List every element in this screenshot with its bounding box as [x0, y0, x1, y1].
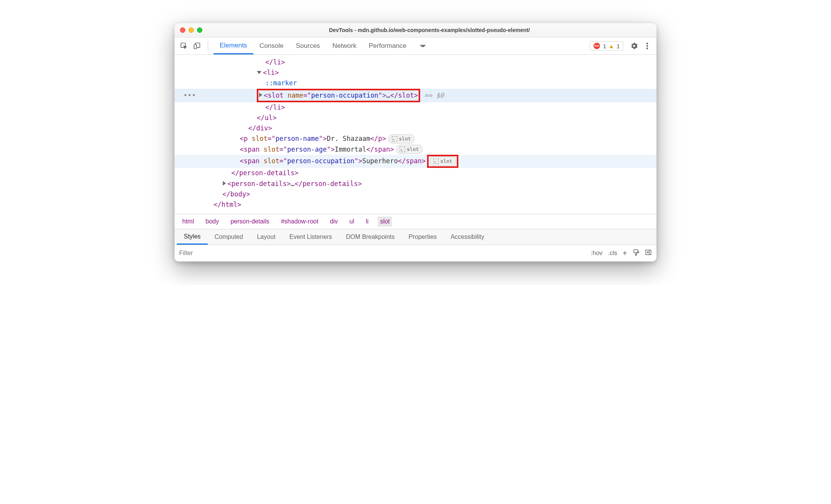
breadcrumb-item[interactable]: #shadow-root — [278, 216, 321, 227]
new-style-rule-button[interactable]: + — [622, 249, 627, 258]
error-icon: ⛔ — [593, 42, 600, 49]
highlight-box: slot — [427, 155, 458, 168]
window-title: DevTools - mdn.github.io/web-components-… — [208, 27, 651, 33]
dom-line[interactable]: <p slot="person-name">Dr. Shazaam</p> sl… — [175, 134, 656, 144]
reveal-slot-badge[interactable]: slot — [396, 145, 422, 154]
dom-line[interactable]: </div> — [175, 123, 656, 134]
tag-li-close: </li> — [265, 57, 285, 68]
breadcrumb-item[interactable]: li — [363, 216, 371, 227]
subtab-event-listeners[interactable]: Event Listeners — [282, 229, 339, 245]
tag-person-details-close: </person-details> — [231, 168, 298, 178]
subtab-computed[interactable]: Computed — [208, 229, 250, 245]
slot-icon — [433, 159, 439, 164]
warning-icon: ▲ — [609, 43, 614, 49]
slot-icon — [400, 147, 405, 152]
dom-line[interactable]: <li> — [175, 68, 656, 78]
slot-icon — [392, 136, 397, 142]
kebab-menu-icon[interactable] — [642, 41, 653, 51]
svg-rect-6 — [634, 250, 638, 253]
close-window-button[interactable] — [180, 27, 185, 33]
styles-filter-input[interactable] — [178, 249, 586, 257]
elements-tree[interactable]: </li> <li> ::marker ••• <slot name="pers… — [175, 55, 656, 214]
minimize-window-button[interactable] — [188, 27, 194, 33]
svg-rect-2 — [194, 45, 197, 49]
tab-overflow[interactable] — [412, 37, 433, 54]
dom-line[interactable]: ::marker — [175, 78, 656, 88]
device-toolbar-icon[interactable] — [192, 41, 202, 51]
window-controls — [180, 27, 202, 33]
pseudo-marker: ::marker — [265, 78, 297, 88]
styles-filter-bar: :hov .cls + — [175, 245, 656, 262]
maximize-window-button[interactable] — [197, 27, 202, 33]
paint-icon[interactable] — [633, 249, 639, 257]
main-toolbar: Elements Console Sources Network Perform… — [175, 37, 656, 55]
breadcrumb-item-active[interactable]: slot — [378, 216, 392, 227]
subtab-styles[interactable]: Styles — [177, 229, 208, 245]
tag-li-close: </li> — [265, 102, 285, 113]
expand-toggle-icon[interactable] — [223, 181, 226, 186]
dom-line[interactable]: <person-details>…</person-details> — [175, 179, 656, 189]
dom-line[interactable]: </li> — [175, 57, 656, 68]
reveal-slot-badge[interactable]: slot — [430, 157, 456, 166]
separator — [208, 41, 208, 51]
tag-li-open: <li> — [263, 68, 279, 78]
error-count: 1 — [603, 43, 606, 49]
dom-line[interactable]: </person-details> — [175, 168, 656, 178]
breadcrumb-item[interactable]: ul — [347, 216, 356, 227]
reveal-slot-badge[interactable]: slot — [388, 134, 414, 144]
dom-line[interactable]: </ul> — [175, 113, 656, 123]
gutter-actions-icon[interactable]: ••• — [183, 90, 196, 101]
inspect-element-icon[interactable] — [178, 41, 189, 51]
tab-console[interactable]: Console — [253, 37, 290, 54]
breadcrumb-item[interactable]: body — [203, 216, 221, 227]
settings-icon[interactable] — [629, 41, 639, 51]
breadcrumb-item[interactable]: div — [327, 216, 340, 227]
svg-rect-7 — [636, 254, 637, 255]
hov-toggle[interactable]: :hov — [591, 250, 602, 257]
dom-line-selected[interactable]: ••• <slot name="person-occupation">…</sl… — [175, 89, 656, 102]
svg-point-5 — [646, 48, 648, 49]
titlebar[interactable]: DevTools - mdn.github.io/web-components-… — [175, 23, 656, 37]
devtools-window: DevTools - mdn.github.io/web-components-… — [175, 23, 656, 262]
expand-toggle-icon[interactable] — [259, 93, 262, 97]
console-ref: == $0 — [420, 90, 444, 101]
highlight-box: <slot name="person-occupation">…</slot> — [257, 89, 420, 102]
subtab-accessibility[interactable]: Accessibility — [444, 229, 491, 245]
styles-tools: :hov .cls + — [586, 249, 656, 258]
styles-tabs: Styles Computed Layout Event Listeners D… — [175, 229, 656, 245]
dom-line[interactable]: </li> — [175, 102, 656, 113]
dom-line[interactable]: </body> — [175, 189, 656, 200]
warning-count: 1 — [617, 43, 620, 49]
svg-point-3 — [646, 43, 648, 44]
breadcrumb-item[interactable]: person-details — [228, 216, 272, 227]
dom-line[interactable]: </html> — [175, 200, 656, 210]
tab-network[interactable]: Network — [326, 37, 363, 54]
dom-line[interactable]: <span slot="person-occupation">Superhero… — [175, 155, 656, 168]
breadcrumb-item[interactable]: html — [180, 216, 196, 227]
dom-line[interactable]: <span slot="person-age">Immortal</span> … — [175, 144, 656, 155]
issues-counter[interactable]: ⛔1 ▲1 — [590, 41, 623, 51]
tag-div-close: </div> — [248, 123, 272, 134]
tab-performance[interactable]: Performance — [363, 37, 412, 54]
tab-sources[interactable]: Sources — [290, 37, 326, 54]
subtab-dom-breakpoints[interactable]: DOM Breakpoints — [339, 229, 402, 245]
subtab-properties[interactable]: Properties — [402, 229, 444, 245]
breadcrumb[interactable]: html body person-details #shadow-root di… — [175, 214, 656, 229]
sidebar-toggle-icon[interactable] — [645, 249, 652, 257]
tag-body-close: </body> — [222, 189, 250, 200]
tag-ul-close: </ul> — [257, 113, 276, 123]
subtab-layout[interactable]: Layout — [250, 229, 282, 245]
svg-point-4 — [646, 45, 648, 47]
main-tabs: Elements Console Sources Network Perform… — [214, 37, 433, 54]
tab-elements[interactable]: Elements — [214, 37, 253, 54]
expand-toggle-icon[interactable] — [257, 71, 261, 74]
tag-html-close: </html> — [214, 200, 241, 210]
cls-toggle[interactable]: .cls — [608, 250, 617, 257]
